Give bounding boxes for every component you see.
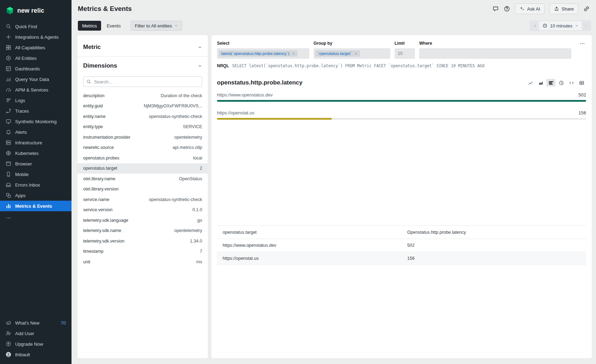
dimensions-section-toggle[interactable]: Dimensions (83, 59, 202, 72)
limit-input[interactable] (396, 51, 413, 56)
permalink-icon[interactable] (583, 6, 590, 12)
select-field[interactable]: latest(`openstatus.http.probe.latency`) (217, 48, 309, 59)
avatar-icon (6, 352, 11, 357)
sidebar-item-add-user[interactable]: Add User (0, 328, 72, 339)
entity-filter-button[interactable]: Filter to All entities (131, 21, 182, 31)
dimension-row[interactable]: service.version 0.1.0 (83, 205, 202, 215)
dimension-search-input[interactable] (83, 76, 202, 87)
tab-metrics[interactable]: Metrics (78, 21, 101, 31)
nrql-query-text[interactable]: SELECT latest(`openstatus.http.probe.lat… (232, 63, 484, 68)
sidebar-item-infrastructure[interactable]: Infrastructure (0, 137, 72, 148)
share-button[interactable]: Share (550, 4, 578, 14)
limit-field (395, 48, 415, 59)
dimension-row[interactable]: service.name openstatus-synthetic-check (83, 194, 202, 205)
dimension-row[interactable]: telemetry.sdk.language go (83, 215, 202, 226)
metric-section-toggle[interactable]: Metric (83, 41, 202, 54)
sidebar-item-label: Infrastructure (15, 140, 42, 145)
pie-chart-view-button[interactable] (557, 79, 566, 87)
time-forward-button[interactable] (582, 21, 590, 30)
feedback-icon[interactable] (492, 6, 499, 12)
dimension-name: service.name (83, 197, 109, 202)
tab-events[interactable]: Events (103, 21, 125, 31)
dimension-row[interactable]: telemetry.sdk.name opentelemetry (83, 226, 202, 236)
sidebar-item-integrations-agents[interactable]: Integrations & Agents (0, 32, 72, 42)
dimension-row[interactable]: description Duration of the check (83, 90, 202, 101)
monitor-icon (6, 119, 11, 124)
dimension-name: entity.guid (83, 103, 103, 108)
dimension-value: ms (196, 259, 202, 264)
dimension-row[interactable]: openstatus.target 2 (77, 163, 208, 174)
sidebar-more-button[interactable] (0, 213, 72, 223)
table-row[interactable]: https://www.openstatus.dev 502 (217, 239, 586, 252)
where-group: Where (419, 41, 571, 59)
chart-title: openstatus.http.probe.latency (217, 79, 303, 86)
dimension-value: NjM3MjgyOXxFWFR8U0VS... (144, 103, 202, 108)
sidebar-item-alerts[interactable]: Alerts (0, 127, 72, 137)
dimension-row[interactable]: telemetry.sdk.version 1.34.0 (83, 236, 202, 246)
dimension-row[interactable]: otel.library.version (83, 184, 202, 195)
sidebar-item-logs[interactable]: Logs (0, 95, 72, 106)
dimension-row[interactable]: openstatus.probes local (83, 153, 202, 163)
sidebar-item-all-capabilities[interactable]: All Capabilities (0, 42, 72, 53)
kubernetes-icon (6, 150, 11, 156)
dimension-name: telemetry.sdk.language (83, 218, 128, 223)
sidebar-item-dashboards[interactable]: Dashboards (0, 63, 72, 74)
sidebar-item-errors-inbox[interactable]: Errors Inbox (0, 180, 72, 190)
dimension-row[interactable]: newrelic.source api.metrics.otlp (83, 143, 202, 153)
dimension-row[interactable]: entity.guid NjM3MjgyOXxFWFR8U0VS... (83, 101, 202, 112)
bar-row[interactable]: https://www.openstatus.dev 502 (217, 92, 586, 102)
sidebar-item-quick-find[interactable]: Quick Find (0, 21, 72, 32)
dimension-value: api.metrics.otlp (173, 145, 202, 150)
remove-group-by-chip-icon[interactable] (354, 52, 358, 55)
sidebar-item-kubernetes[interactable]: Kubernetes (0, 148, 72, 158)
query-options-button[interactable] (578, 40, 587, 47)
sidebar-item-label: Browser (15, 161, 32, 167)
sidebar: new relic Quick Find Integrations & Agen… (0, 0, 72, 364)
dimension-row[interactable]: otel.library.name OpenStatus (83, 174, 202, 184)
line-chart-view-button[interactable] (526, 79, 535, 87)
dimension-row[interactable]: entity.type SERVICE (83, 122, 202, 132)
table-icon (579, 80, 584, 86)
sidebar-item-mobile[interactable]: Mobile (0, 169, 72, 180)
ask-ai-button[interactable]: Ask AI (515, 4, 545, 14)
dimension-row[interactable]: entity.name openstatus-synthetic-check (83, 111, 202, 122)
sidebar-item-browser[interactable]: Browser (0, 158, 72, 169)
sidebar-item-user[interactable]: thibault (0, 349, 72, 360)
bar-track (217, 118, 586, 120)
group-by-field[interactable]: `openstatus.target` (313, 48, 390, 59)
header-actions: Ask AI Share (492, 4, 590, 14)
sidebar-item-synthetic-monitoring[interactable]: Synthetic Monitoring (0, 116, 72, 127)
table-row[interactable]: https://openstat.us 156 (217, 252, 586, 265)
json-view-button[interactable] (567, 79, 576, 87)
query-builder: Select latest(`openstatus.http.probe.lat… (217, 41, 586, 59)
sidebar-item-label: Quick Find (15, 24, 37, 29)
remove-select-chip-icon[interactable] (292, 52, 295, 55)
sidebar-item-metrics-events[interactable]: Metrics & Events (0, 201, 72, 211)
dimension-row[interactable]: timestamp 7 (83, 246, 202, 257)
content: Metric Dimensions description Duration o… (72, 34, 596, 364)
table-view-button[interactable] (577, 79, 586, 87)
brand[interactable]: new relic (0, 4, 72, 21)
bar-row[interactable]: https://openstat.us 156 (217, 110, 586, 120)
sidebar-item-whats-new[interactable]: What's New 70 (0, 318, 72, 328)
sidebar-item-upgrade-now[interactable]: Upgrade Now (0, 339, 72, 349)
sidebar-item-apm-services[interactable]: APM & Services (0, 84, 72, 95)
help-icon[interactable] (504, 6, 510, 12)
area-chart-view-button[interactable] (536, 79, 545, 87)
time-back-button[interactable] (530, 21, 539, 30)
group-by-chip-text: `openstatus.target` (318, 51, 352, 56)
bar-chart-view-button[interactable] (546, 79, 555, 87)
time-picker-button[interactable]: 10 minutes (539, 21, 582, 30)
dimension-value: openstatus-synthetic-check (149, 197, 202, 202)
dimension-row[interactable]: unit ms (83, 257, 202, 267)
where-input[interactable] (421, 51, 570, 56)
query-panel: Select latest(`openstatus.http.probe.lat… (211, 35, 592, 358)
dimension-name: telemetry.sdk.name (83, 228, 121, 233)
page-title: Metrics & Events (78, 5, 132, 13)
sidebar-item-traces[interactable]: Traces (0, 106, 72, 116)
sidebar-item-apps[interactable]: Apps (0, 190, 72, 201)
dimension-row[interactable]: instrumentation.provider opentelemetry (83, 132, 202, 143)
sidebar-item-query-your-data[interactable]: Query Your Data (0, 74, 72, 84)
sidebar-item-all-entities[interactable]: All Entities (0, 53, 72, 63)
dimension-name: description (83, 93, 104, 98)
